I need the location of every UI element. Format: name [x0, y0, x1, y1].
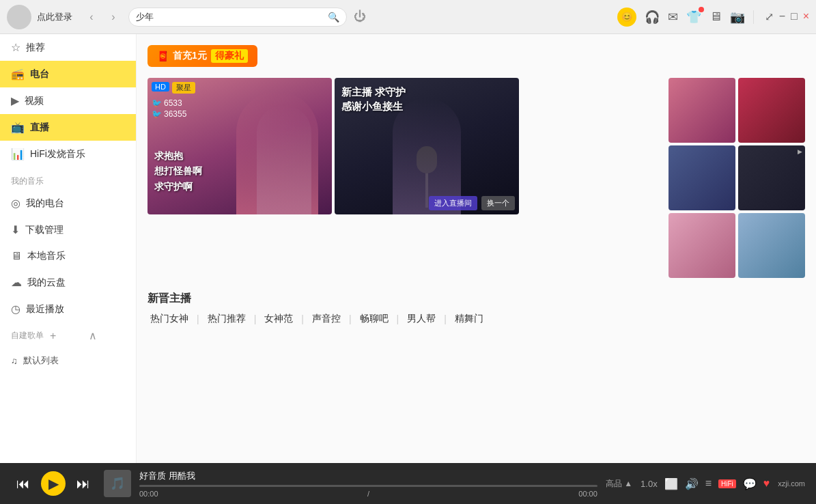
notification-badge [699, 7, 704, 12]
sidebar: ☆ 推荐 📻 电台 ▶ 视频 📺 直播 📊 HiFi发烧音乐 我的音乐 ◎ 我的… [0, 34, 137, 463]
album-art[interactable]: 🎵 [104, 470, 131, 497]
play-button[interactable]: ▶ [41, 471, 66, 496]
promo-banner[interactable]: 🧧 首充1元 得豪礼 [147, 45, 257, 67]
progress-bar[interactable] [139, 485, 597, 487]
user-avatar[interactable]: 😊 [617, 8, 636, 27]
sidebar-item-label: 视频 [25, 95, 44, 107]
search-bar: 🔍 [128, 8, 347, 27]
sidebar-item-live[interactable]: 📺 直播 [0, 114, 136, 141]
divider-3: | [349, 313, 352, 324]
download-icon: ⬇ [11, 223, 20, 236]
category-tags: 热门女神 | 热门推荐 | 女神范 | 声音控 | 畅聊吧 | 男人帮 | 精舞… [147, 311, 805, 326]
login-link[interactable]: 点此登录 [37, 11, 72, 23]
hifi-badge[interactable]: HiFi [718, 479, 736, 488]
app-logo [7, 5, 31, 29]
thumb-item-6[interactable] [738, 213, 805, 278]
topbar-divider [753, 10, 754, 24]
mail-icon[interactable]: ✉ [668, 10, 678, 25]
search-input[interactable] [136, 12, 328, 22]
power-icon[interactable]: ⏻ [354, 10, 366, 24]
quality-selector[interactable]: 高品 ▲ [606, 478, 632, 490]
sidebar-item-label: 最近播放 [26, 303, 64, 316]
my-music-label: 我的音乐 [11, 176, 44, 187]
sidebar-item-download[interactable]: ⬇ 下载管理 [0, 216, 136, 243]
playlist-header: 自建歌单 + ∧ [0, 322, 136, 349]
nav-forward-button[interactable]: › [105, 9, 122, 25]
sidebar-item-recent[interactable]: ◷ 最近播放 [0, 296, 136, 322]
comment-icon[interactable]: 💬 [743, 477, 757, 490]
tshirt-icon[interactable]: 👕 [686, 10, 701, 25]
minimize-button[interactable]: − [779, 10, 785, 23]
divider-1: | [254, 313, 257, 324]
volume-icon[interactable]: 🔊 [685, 477, 699, 490]
category-tag-1[interactable]: 热门推荐 [205, 311, 249, 326]
nav-back-button[interactable]: ‹ [83, 9, 100, 25]
sidebar-item-label: 我的电台 [26, 197, 64, 210]
album-icon: 🎵 [110, 476, 125, 491]
monitor-icon[interactable]: 🖥 [709, 10, 722, 24]
section-title: 新晋主播 [147, 292, 805, 306]
sidebar-item-recommend[interactable]: ☆ 推荐 [0, 34, 136, 61]
headphone-icon[interactable]: 🎧 [645, 10, 660, 25]
my-music-section: 我的音乐 [0, 167, 136, 190]
playlist-name: 默认列表 [23, 354, 59, 367]
category-tag-5[interactable]: 男人帮 [404, 311, 438, 326]
live-thumbnails: ▶ [669, 78, 805, 281]
search-icon[interactable]: 🔍 [328, 12, 339, 23]
hd-badge: HD [152, 82, 169, 92]
category-tag-3[interactable]: 声音控 [309, 311, 343, 326]
equalizer-icon[interactable]: ≡ [705, 477, 712, 490]
bird-icon-2: 🐦 [152, 109, 162, 119]
sidebar-item-my-radio[interactable]: ◎ 我的电台 [0, 190, 136, 216]
player-bar: ⏮ ▶ ⏭ 🎵 好音质 用酷我 00:00 / 00:00 高品 ▲ 1.0x … [0, 463, 816, 504]
camera-icon[interactable]: 📷 [730, 10, 745, 25]
live-card-left[interactable]: HD 聚星 🐦 6533 🐦 36355 求抱抱想打怪兽啊求守护啊 [147, 78, 332, 214]
quality-label: 高品 [606, 479, 622, 488]
screen-icon[interactable]: ⬜ [664, 477, 678, 490]
playlist-add-button[interactable]: + [50, 330, 86, 342]
maximize-alt-button[interactable]: ⤢ [765, 10, 774, 23]
thumb-item-4[interactable]: ▶ [738, 145, 805, 210]
heart-icon[interactable]: ♥ [763, 477, 770, 490]
playlist-icon: ♫ [11, 356, 18, 366]
category-tag-6[interactable]: 精舞门 [452, 311, 486, 326]
enter-live-button[interactable]: 进入直播间 [429, 196, 477, 210]
category-tag-0[interactable]: 热门女神 [147, 311, 191, 326]
close-button[interactable]: × [803, 10, 809, 23]
sidebar-item-label: 直播 [30, 122, 49, 134]
thumb-item-3[interactable] [669, 145, 735, 210]
end-time: 00:00 [578, 490, 597, 498]
watermark: xzji.com [778, 479, 805, 488]
stat-value-1: 6533 [164, 98, 182, 108]
category-tag-4[interactable]: 畅聊吧 [357, 311, 391, 326]
divider-4: | [397, 313, 399, 324]
restore-button[interactable]: □ [791, 10, 798, 23]
live-card-right[interactable]: 新主播 求守护感谢小鱼接生 进入直播间 换一个 [335, 78, 519, 214]
player-progress: 好音质 用酷我 00:00 / 00:00 [139, 470, 597, 498]
sidebar-item-label: 我的云盘 [27, 277, 66, 289]
radio-icon: 📻 [11, 68, 25, 81]
speed-badge[interactable]: 1.0x [641, 479, 658, 489]
sidebar-item-radio[interactable]: 📻 电台 [0, 61, 136, 87]
recent-icon: ◷ [11, 303, 20, 316]
live-stat-2: 🐦 36355 [152, 109, 186, 119]
recommend-icon: ☆ [11, 41, 20, 54]
thumb-item-1[interactable] [669, 78, 735, 143]
prev-button[interactable]: ⏮ [11, 471, 36, 496]
player-right-controls: 1.0x ⬜ 🔊 ≡ HiFi 💬 ♥ [641, 477, 770, 490]
sidebar-item-cloud[interactable]: ☁ 我的云盘 [0, 269, 136, 296]
sidebar-item-default-playlist[interactable]: ♫ 默认列表 [0, 349, 136, 372]
thumb-item-5[interactable] [669, 213, 735, 278]
sidebar-item-local[interactable]: 🖥 本地音乐 [0, 243, 136, 269]
sidebar-item-label: 本地音乐 [27, 250, 66, 262]
switch-live-button[interactable]: 换一个 [481, 196, 515, 210]
sidebar-item-label: 下载管理 [25, 224, 64, 236]
banner-text: 首充1元 [173, 50, 207, 62]
sidebar-item-video[interactable]: ▶ 视频 [0, 87, 136, 114]
next-button[interactable]: ⏭ [71, 471, 96, 496]
topbar-right: 😊 🎧 ✉ 👕 🖥 📷 ⤢ − □ × [617, 8, 809, 27]
category-tag-2[interactable]: 女神范 [262, 311, 296, 326]
thumb-item-2[interactable] [738, 78, 805, 143]
playlist-collapse-button[interactable]: ∧ [89, 329, 125, 342]
sidebar-item-hifi[interactable]: 📊 HiFi发烧音乐 [0, 141, 136, 167]
